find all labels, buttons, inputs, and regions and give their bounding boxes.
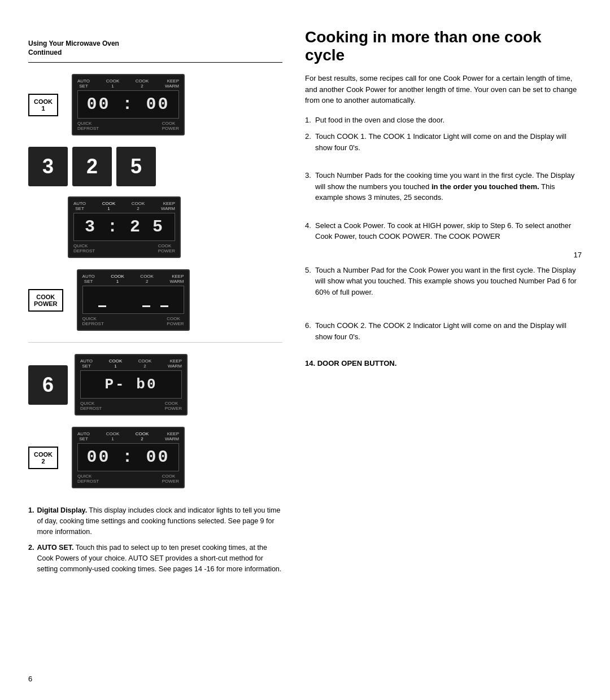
auto-set-label-3: AUTOSET <box>82 274 95 284</box>
cook1-button[interactable]: COOK 1 <box>28 94 58 116</box>
display-readout-3 <box>82 286 184 314</box>
page-title: Cooking in more than one cook cycle <box>305 28 582 64</box>
cook2-indicator-label-3: COOK2 <box>140 274 154 284</box>
cook1-indicator-label-4: COOK1 <box>109 358 123 369</box>
cook1-indicator-label: COOK1 <box>106 78 120 89</box>
step-4: 4. Select a Cook Power. To cook at HIGH … <box>305 220 582 242</box>
footnote-1-num: 1. <box>28 505 34 537</box>
cook1-indicator-label-3: COOK1 <box>111 274 124 284</box>
step-3-num: 3. <box>305 170 311 181</box>
display-value-1: 00 : 00 <box>86 95 169 114</box>
display-value-4: P- b0 <box>104 376 157 393</box>
display-panel-3: AUTOSET COOK1 COOK2 KEEPWARM QUICKDEFROS… <box>77 269 190 331</box>
step-4-num: 4. <box>305 220 311 231</box>
page: Using Your Microwave Oven Continued COOK… <box>0 0 610 700</box>
step-1-text: Put food in the oven and close the door. <box>315 116 445 124</box>
num-pad-6-label: 6 <box>42 373 54 397</box>
page-number-17: 17 <box>305 251 582 259</box>
cook2-button[interactable]: COOK 2 <box>28 447 58 469</box>
header-divider <box>28 62 282 63</box>
display-panel-5: AUTOSET COOK1 COOK2 KEEPWARM 00 : 00 QUI… <box>72 427 185 488</box>
steps-list: 1. Put food in the oven and close the do… <box>305 115 582 242</box>
num-pad-5-label: 5 <box>130 155 142 178</box>
cook2-indicator-label-5: COOK2 <box>136 431 149 441</box>
step-1-num: 1. <box>305 115 311 126</box>
left-column: Using Your Microwave Oven Continued COOK… <box>28 23 299 677</box>
door-open-label: 14. DOOR OPEN BUTTON. <box>305 359 582 368</box>
section-header-area: Using Your Microwave Oven Continued <box>28 40 282 63</box>
footnotes-area: 1. Digital Display. This display include… <box>28 502 282 575</box>
panel-top-labels-5: AUTOSET COOK1 COOK2 KEEPWARM <box>77 431 179 441</box>
step-5-num: 5. <box>305 265 311 276</box>
auto-set-label-4: AUTOSET <box>80 358 93 369</box>
cook1-indicator-label-5: COOK1 <box>106 431 120 441</box>
step-3: 3. Touch Number Pads for the cooking tim… <box>305 170 582 203</box>
panel-top-labels-2: AUTOSET COOK1 COOK2 KEEPWARM <box>73 201 175 211</box>
step-2-num: 2. <box>305 131 311 142</box>
footnote-1-label: Digital Display. <box>37 506 87 514</box>
panel-bottom-labels-4: QUICKDEFROST COOKPOWER <box>80 401 182 411</box>
cook-power-label-panel-3: COOKPOWER <box>167 316 184 326</box>
section-continued: Continued <box>28 49 282 56</box>
cook2-label-line2: 2 <box>41 458 45 465</box>
intro-paragraph: For best results, some recipes call for … <box>305 73 582 106</box>
step3-display-row: AUTOSET COOK1 COOK2 KEEPWARM 3 : 2 5 QUI… <box>28 196 282 258</box>
step-4-text: Select a Cook Power. To cook at HIGH pow… <box>315 221 571 241</box>
display-value-3 <box>98 293 168 307</box>
quick-defrost-label-5: QUICKDEFROST <box>77 474 99 484</box>
auto-set-label: AUTOSET <box>77 78 90 89</box>
footnote-1-text: Digital Display. This display includes c… <box>37 505 282 537</box>
step-6: 6. Touch COOK 2. The COOK 2 Indicator Li… <box>305 320 582 342</box>
cook-power-label-panel-4: COOKPOWER <box>165 401 182 411</box>
right-column: Cooking in more than one cook cycle For … <box>299 23 582 677</box>
steps-list-continued: 5. Touch a Number Pad for the Cook Power… <box>305 265 582 343</box>
cook2-indicator-label-2: COOK2 <box>132 201 145 211</box>
cook-power-label-1: COOK <box>36 294 55 300</box>
keep-warm-label-5: KEEPWARM <box>165 431 179 441</box>
keep-warm-label-2: KEEPWARM <box>161 201 175 211</box>
display-value-2: 3 : 2 5 <box>85 217 164 237</box>
step4-row: COOK POWER AUTOSET COOK1 COOK2 KEEPWARM <box>28 269 282 331</box>
cook-power-label-panel-2: COOKPOWER <box>158 243 175 253</box>
step5-row: 6 AUTOSET COOK1 COOK2 KEEPWARM P- b0 QUI… <box>28 354 282 415</box>
display-value-5: 00 : 00 <box>86 448 169 467</box>
quick-defrost-label-3: QUICKDEFROST <box>82 316 104 326</box>
step-5-text: Touch a Number Pad for the Cook Power yo… <box>315 266 577 296</box>
quick-defrost-label-2: QUICKDEFROST <box>73 243 95 253</box>
cook-power-button[interactable]: COOK POWER <box>28 289 63 312</box>
panel-top-labels-3: AUTOSET COOK1 COOK2 KEEPWARM <box>82 274 184 284</box>
cook2-label-line1: COOK <box>34 451 53 458</box>
num-pad-2-label: 2 <box>86 155 98 178</box>
num-pad-3[interactable]: 3 <box>28 147 68 186</box>
auto-set-label-5: AUTOSET <box>77 431 90 441</box>
cook1-label-line1: COOK <box>34 98 53 105</box>
num-pad-3-label: 3 <box>42 155 54 178</box>
step-5: 5. Touch a Number Pad for the Cook Power… <box>305 265 582 298</box>
num-pad-5[interactable]: 5 <box>116 147 156 186</box>
step1-row: COOK 1 AUTOSET COOK1 COOK2 KEEPWARM 00 :… <box>28 74 282 135</box>
section-header: Using Your Microwave Oven <box>28 40 282 47</box>
step-2: 2. Touch COOK 1. The COOK 1 Indicator Li… <box>305 131 582 153</box>
step6-row: COOK 2 AUTOSET COOK1 COOK2 KEEPWARM 00 :… <box>28 427 282 488</box>
panel-bottom-labels-1: QUICKDEFROST COOKPOWER <box>77 121 179 131</box>
display-panel-2: AUTOSET COOK1 COOK2 KEEPWARM 3 : 2 5 QUI… <box>68 196 181 258</box>
display-readout-4: P- b0 <box>80 370 182 399</box>
num-pad-6[interactable]: 6 <box>28 365 68 405</box>
cook-power-label-2: POWER <box>34 300 58 307</box>
footnote-1: 1. Digital Display. This display include… <box>28 505 282 537</box>
num-pad-2[interactable]: 2 <box>72 147 112 186</box>
step-3-text: Touch Number Pads for the cooking time y… <box>315 171 574 202</box>
panel-top-labels-4: AUTOSET COOK1 COOK2 KEEPWARM <box>80 358 182 369</box>
display-readout-5: 00 : 00 <box>77 443 179 471</box>
keep-warm-label: KEEPWARM <box>165 78 179 89</box>
keep-warm-label-4: KEEPWARM <box>168 358 182 369</box>
keep-warm-label-3: KEEPWARM <box>170 274 184 284</box>
quick-defrost-label-4: QUICKDEFROST <box>80 401 102 411</box>
quick-defrost-label: QUICKDEFROST <box>77 121 99 131</box>
cook2-indicator-label-4: COOK2 <box>138 358 152 369</box>
page-number-bottom: 6 <box>28 675 32 683</box>
panel-top-labels-1: AUTOSET COOK1 COOK2 KEEPWARM <box>77 78 179 89</box>
panel-bottom-labels-2: QUICKDEFROST COOKPOWER <box>73 243 175 253</box>
cook-power-label-panel: COOKPOWER <box>162 121 179 131</box>
step-1: 1. Put food in the oven and close the do… <box>305 115 582 126</box>
